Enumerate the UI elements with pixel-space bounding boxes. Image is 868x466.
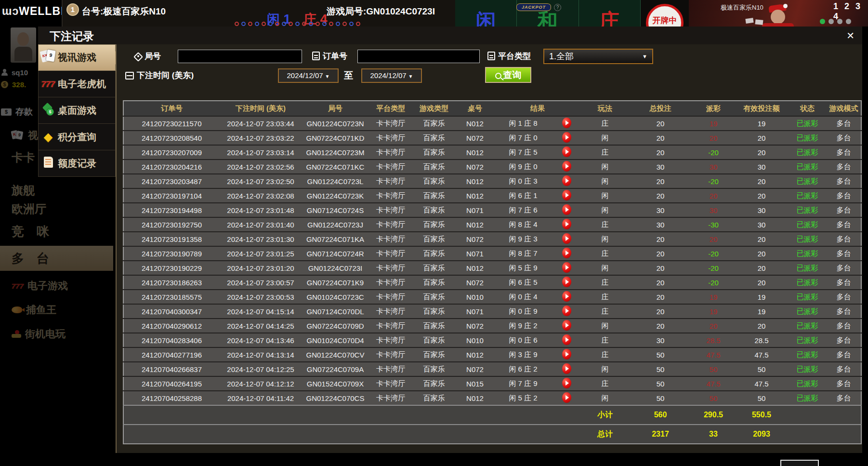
modal-sidebar: 视讯游戏 777 电子老虎机 桌面游戏 ◆ 积分查询 额度记录	[38, 44, 116, 177]
replay-button[interactable]	[562, 306, 571, 316]
cell-platform: 卡卡湾厅	[369, 174, 412, 188]
cell-game-type: 百家乐	[412, 319, 456, 333]
pagination-box[interactable]	[780, 460, 819, 466]
cell-table-no: N072	[456, 319, 494, 333]
cell-platform: 卡卡湾厅	[369, 347, 412, 362]
cell-play-type: 闲	[581, 174, 629, 188]
cell-round-no: GN01024C0723C	[302, 290, 369, 304]
cell-payout: 28.5	[692, 333, 735, 347]
cell-platform: 卡卡湾厅	[369, 203, 412, 217]
subtotal-label: 小计	[581, 405, 629, 425]
cell-game-type: 百家乐	[412, 203, 456, 217]
cell-round-no: GN07224C071KC	[302, 160, 369, 174]
table-row: 2412070402641952024-12-07 04:12:12GN0152…	[123, 376, 861, 391]
cell-valid-bet: 20	[735, 275, 788, 290]
date-to-select[interactable]: 2024/12/07▼	[361, 68, 422, 83]
replay-button[interactable]	[562, 349, 571, 359]
bet-zone-player[interactable]: 闲	[455, 0, 517, 27]
cell-replay	[552, 217, 581, 232]
table-row: 2412072301907892024-12-07 23:01:25GN0712…	[123, 246, 861, 261]
table-row: 2412070402906122024-12-07 04:14:25GN0722…	[123, 319, 861, 333]
replay-button[interactable]	[562, 175, 571, 186]
replay-button[interactable]	[562, 378, 571, 388]
cell-bet-time: 2024-12-07 23:01:30	[220, 232, 302, 246]
replay-button[interactable]	[562, 118, 571, 128]
cell-valid-bet: 28.5	[735, 333, 788, 347]
cell-result: 闲 9 庄 3	[494, 232, 552, 246]
cell-total-bet: 20	[629, 275, 692, 290]
cell-game-type: 百家乐	[412, 261, 456, 275]
cell-payout: -20	[692, 145, 735, 160]
order-no-input[interactable]	[357, 50, 480, 63]
replay-button[interactable]	[562, 277, 571, 287]
sidebar-item-slots[interactable]: 777 电子老虎机	[38, 71, 116, 97]
cell-game-type: 百家乐	[412, 362, 456, 376]
dealer-hat-pom	[783, 4, 788, 8]
cell-total-bet: 50	[629, 391, 692, 405]
cell-platform: 卡卡湾厅	[369, 116, 412, 131]
cell-play-type: 闲	[581, 319, 629, 333]
cell-replay	[552, 246, 581, 261]
round-no-input[interactable]	[178, 50, 302, 63]
sidebar-item-quota-records[interactable]: 额度记录	[38, 150, 116, 177]
sidebar-item-table-games[interactable]: 桌面游戏	[38, 97, 116, 124]
header-payout: 派彩	[692, 101, 735, 116]
replay-button[interactable]	[562, 291, 571, 302]
cell-game-type: 百家乐	[412, 304, 456, 319]
cell-game-type: 百家乐	[412, 391, 456, 405]
bet-zone-banker[interactable]: 庄	[579, 0, 641, 27]
sidebar-item-label: 桌面游戏	[58, 104, 96, 117]
cell-platform: 卡卡湾厅	[369, 362, 412, 376]
replay-button[interactable]	[562, 248, 571, 258]
cell-valid-bet: 30	[735, 160, 788, 174]
close-icon[interactable]: ✕	[846, 30, 855, 41]
replay-button[interactable]	[562, 233, 571, 244]
cell-round-no: GN01224C070CS	[302, 391, 369, 405]
cell-game-mode: 多台	[827, 116, 861, 131]
query-button[interactable]: 查询	[485, 67, 531, 83]
replay-button[interactable]	[562, 146, 571, 157]
sidebar-item-points-query[interactable]: ◆ 积分查询	[38, 124, 116, 150]
cell-result: 闲 7 庄 6	[494, 203, 552, 217]
replay-button[interactable]	[562, 204, 571, 215]
total-total-bet: 2317	[629, 425, 692, 444]
tag-icon	[133, 52, 143, 62]
help-icon[interactable]: ?	[554, 4, 561, 11]
cell-payout: -20	[692, 261, 735, 275]
cell-total-bet: 20	[629, 319, 692, 333]
date-from-select[interactable]: 2024/12/07▼	[278, 68, 339, 83]
replay-button[interactable]	[562, 190, 571, 200]
cell-bet-time: 2024-12-07 04:12:25	[220, 362, 302, 376]
replay-button[interactable]	[562, 132, 571, 143]
cell-game-type: 百家乐	[412, 131, 456, 145]
replay-button[interactable]	[562, 320, 571, 331]
cell-replay	[552, 333, 581, 347]
cell-replay	[552, 174, 581, 188]
cell-order-no: 241207230203487	[123, 174, 220, 188]
replay-button[interactable]	[562, 392, 571, 403]
cell-table-no: N072	[456, 362, 494, 376]
cell-order-no: 241207040283406	[123, 333, 220, 347]
cell-game-mode: 多台	[827, 203, 861, 217]
replay-button[interactable]	[562, 334, 571, 345]
total-payout: 33	[692, 425, 735, 444]
table-row: 2412072301862632024-12-07 23:00:57GN0722…	[123, 275, 861, 290]
date-range-to-label: 至	[344, 69, 353, 82]
replay-button[interactable]	[562, 262, 571, 273]
cell-total-bet: 50	[629, 362, 692, 376]
cell-total-bet: 20	[629, 174, 692, 188]
cell-game-type: 百家乐	[412, 246, 456, 261]
sidebar-item-label: 视讯游戏	[58, 51, 96, 64]
replay-button[interactable]	[562, 161, 571, 172]
cell-table-no: N012	[456, 145, 494, 160]
cell-bet-time: 2024-12-07 23:02:08	[220, 188, 302, 203]
replay-button[interactable]	[562, 219, 571, 229]
cell-total-bet: 30	[629, 203, 692, 217]
cards-icon	[39, 50, 58, 66]
header-valid-bet: 有效投注额	[735, 101, 788, 116]
replay-button[interactable]	[562, 363, 571, 374]
platform-type-select[interactable]: 1.全部▼	[543, 49, 653, 64]
sidebar-item-video-games[interactable]: 视讯游戏	[38, 44, 116, 71]
platform-type-label: 平台类型	[487, 51, 531, 62]
cell-status: 已派彩	[788, 160, 827, 174]
